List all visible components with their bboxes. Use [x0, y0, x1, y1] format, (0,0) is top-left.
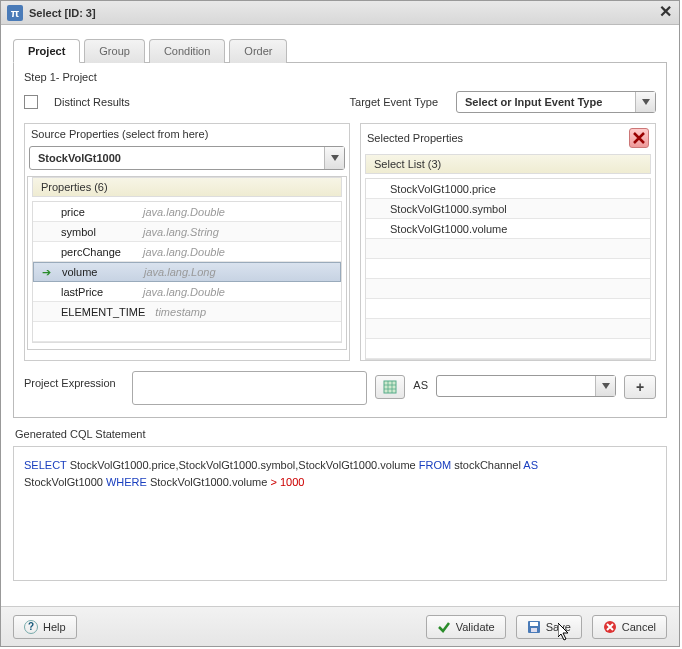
chevron-down-icon[interactable] [324, 147, 344, 169]
chevron-down-icon[interactable] [635, 92, 655, 112]
source-stream-dropdown[interactable]: StockVolGt1000 [29, 146, 345, 170]
source-pane-title: Source Properties (select from here) [31, 128, 208, 140]
titlebar: π Select [ID: 3] ✕ [1, 1, 679, 25]
svg-rect-3 [531, 628, 537, 632]
save-icon [527, 620, 541, 634]
dialog-title: Select [ID: 3] [29, 7, 96, 19]
selected-row[interactable]: StockVolGt1000.volume [366, 219, 650, 239]
target-event-type-dropdown[interactable]: Select or Input Event Type [456, 91, 656, 113]
dialog-footer: ? Help Validate Save Cancel [1, 606, 679, 646]
property-row[interactable]: percChange java.lang.Double [33, 242, 341, 262]
selected-row-empty [366, 299, 650, 319]
selected-row-empty [366, 259, 650, 279]
generated-cql-label: Generated CQL Statement [15, 428, 667, 440]
project-expression-label: Project Expression [24, 371, 124, 389]
distinct-row: Distinct Results Target Event Type Selec… [24, 91, 656, 113]
close-icon[interactable]: ✕ [657, 5, 673, 21]
select-list-header: Select List (3) [365, 154, 651, 174]
save-button[interactable]: Save [516, 615, 582, 639]
target-event-type-label: Target Event Type [350, 96, 438, 108]
distinct-label: Distinct Results [54, 96, 130, 108]
generated-cql-box[interactable]: SELECT StockVolGt1000.price,StockVolGt10… [13, 446, 667, 581]
check-icon [437, 620, 451, 634]
pi-icon: π [7, 5, 23, 21]
selected-pane-title: Selected Properties [367, 132, 463, 144]
selected-row[interactable]: StockVolGt1000.price [366, 179, 650, 199]
cancel-icon [603, 620, 617, 634]
expression-builder-button[interactable] [375, 375, 405, 399]
as-label: AS [413, 371, 428, 391]
property-row-empty [33, 322, 341, 342]
selected-list: StockVolGt1000.price StockVolGt1000.symb… [365, 178, 651, 360]
select-dialog: π Select [ID: 3] ✕ Project Group Conditi… [0, 0, 680, 647]
validate-button[interactable]: Validate [426, 615, 506, 639]
property-row[interactable]: symbol java.lang.String [33, 222, 341, 242]
property-row[interactable]: ➔ volume java.lang.Long [33, 262, 341, 282]
as-dropdown[interactable] [436, 375, 616, 397]
selected-row-empty [366, 319, 650, 339]
selected-row-empty [366, 239, 650, 259]
tabs: Project Group Condition Order [13, 39, 667, 63]
tab-group[interactable]: Group [84, 39, 145, 63]
svg-rect-2 [530, 622, 538, 626]
project-expression-input[interactable] [132, 371, 367, 405]
property-row[interactable]: ELEMENT_TIME timestamp [33, 302, 341, 322]
arrow-right-icon: ➔ [42, 266, 51, 279]
tab-project[interactable]: Project [13, 39, 80, 63]
generated-cql-section: Generated CQL Statement SELECT StockVolG… [13, 428, 667, 581]
remove-selected-button[interactable] [629, 128, 649, 148]
tab-panel-project: Step 1- Project Distinct Results Target … [13, 62, 667, 418]
cancel-button[interactable]: Cancel [592, 615, 667, 639]
tab-order[interactable]: Order [229, 39, 287, 63]
help-icon: ? [24, 620, 38, 634]
dialog-body: Project Group Condition Order Step 1- Pr… [1, 25, 679, 606]
source-stream-name: StockVolGt1000 [30, 152, 324, 164]
plus-icon: + [636, 379, 644, 395]
selected-row-empty [366, 279, 650, 299]
distinct-checkbox[interactable] [24, 95, 38, 109]
chevron-down-icon[interactable] [595, 376, 615, 396]
svg-rect-0 [384, 381, 396, 393]
properties-list: price java.lang.Double symbol java.lang.… [32, 201, 342, 343]
property-row[interactable]: lastPrice java.lang.Double [33, 282, 341, 302]
help-button[interactable]: ? Help [13, 615, 77, 639]
add-expression-button[interactable]: + [624, 375, 656, 399]
tab-condition[interactable]: Condition [149, 39, 225, 63]
selected-row[interactable]: StockVolGt1000.symbol [366, 199, 650, 219]
table-icon [383, 380, 397, 394]
properties-header: Properties (6) [32, 177, 342, 197]
x-icon [633, 132, 645, 144]
selected-properties-pane: Selected Properties Select List (3) Stoc… [360, 123, 656, 361]
property-row[interactable]: price java.lang.Double [33, 202, 341, 222]
source-properties-pane: Source Properties (select from here) Sto… [24, 123, 350, 361]
selected-row-empty [366, 339, 650, 359]
target-event-type-value: Select or Input Event Type [457, 96, 635, 108]
step-label: Step 1- Project [24, 71, 656, 83]
project-expression-row: Project Expression AS + [24, 371, 656, 405]
